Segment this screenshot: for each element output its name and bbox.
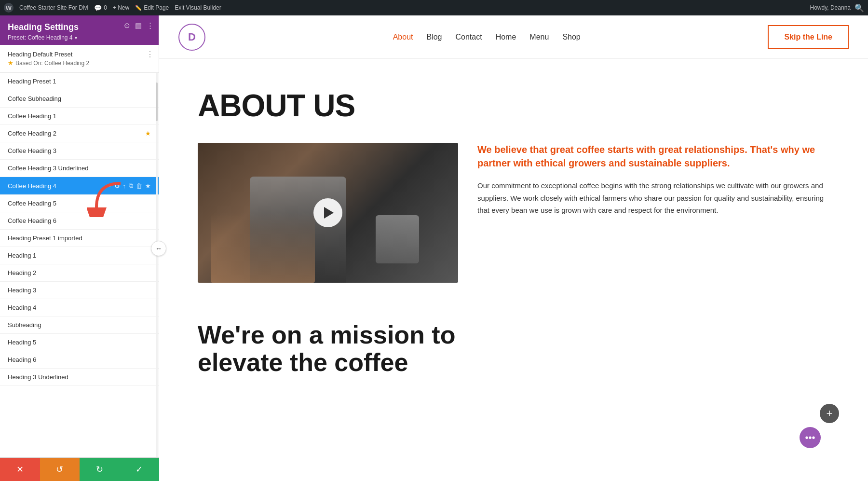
preset-item-17[interactable]: Heading 6	[0, 351, 159, 369]
preset-item-4[interactable]: Coffee Heading 2 ★	[0, 125, 159, 142]
preset-label: Heading 2	[8, 269, 36, 276]
preset-label: Heading 6	[8, 356, 36, 363]
body-text: Our commitment to exceptional coffee beg…	[477, 179, 829, 217]
preset-label: Heading Preset 1 imported	[8, 234, 82, 242]
preset-label: Coffee Subheading	[8, 95, 61, 102]
panel-settings-icon[interactable]: ⊙	[124, 21, 130, 30]
right-content: D About Blog Contact Home Menu Shop Skip…	[159, 15, 868, 481]
scrollbar-thumb[interactable]	[156, 82, 158, 121]
site-name-text: Coffee Starter Site For Divi	[19, 4, 88, 11]
nav-link-shop[interactable]: Shop	[562, 33, 580, 41]
mission-heading: We're on a mission to elevate the coffee	[198, 321, 829, 376]
chevron-down-icon: ▾	[75, 35, 77, 41]
preset-list: Heading Preset 1 Coffee Subheading Coffe…	[0, 73, 159, 457]
preset-item-2[interactable]: Coffee Subheading	[0, 90, 159, 108]
howdy-text: Howdy, Deanna	[810, 4, 851, 11]
preset-label: Coffee Heading 3 Underlined	[8, 165, 88, 172]
preset-label: Coffee Heading 6	[8, 217, 56, 224]
panel-more-icon[interactable]: ⋮	[147, 21, 154, 30]
edit-page-link[interactable]: ✏️ Edit Page	[135, 4, 169, 11]
preset-label: Coffee Heading 1	[8, 112, 56, 120]
preset-item-15[interactable]: Subheading	[0, 316, 159, 334]
list-more-icon[interactable]: ⋮	[146, 50, 154, 59]
site-nav: D About Blog Contact Home Menu Shop Skip…	[159, 15, 868, 59]
page-content: ABOUT US	[159, 59, 868, 396]
text-column: We believe that great coffee starts with…	[477, 143, 829, 217]
exit-builder-link[interactable]: Exit Visual Builder	[175, 4, 221, 11]
preset-item-9[interactable]: Coffee Heading 6	[0, 212, 159, 230]
add-element-fab[interactable]: +	[820, 404, 839, 423]
preset-item-3[interactable]: Coffee Heading 1	[0, 108, 159, 125]
preset-label: Heading 4	[8, 304, 36, 311]
preset-item-1[interactable]: Heading Preset 1	[0, 73, 159, 90]
nav-link-about[interactable]: About	[393, 33, 413, 41]
video-container[interactable]	[198, 143, 458, 283]
save-button[interactable]: ✓	[120, 458, 160, 481]
preset-label: Heading 3	[8, 287, 36, 294]
site-name-link[interactable]: Coffee Starter Site For Divi	[19, 4, 88, 11]
settings-preset-icon[interactable]: ⚙	[114, 182, 120, 190]
highlight-text: We believe that great coffee starts with…	[477, 143, 829, 170]
wp-icon[interactable]: W	[4, 3, 14, 13]
comments-link[interactable]: 💬 0	[94, 4, 107, 12]
undo-button[interactable]: ↺	[40, 458, 80, 481]
nav-link-contact[interactable]: Contact	[456, 33, 482, 41]
delete-preset-icon[interactable]: 🗑	[136, 182, 142, 190]
apply-preset-icon[interactable]: ↑	[123, 182, 126, 190]
preset-label: Coffee Heading 3	[8, 147, 56, 154]
preset-item-11[interactable]: Heading 1	[0, 247, 159, 264]
panel-header: Heading Settings Preset: Coffee Heading …	[0, 15, 159, 45]
nav-link-blog[interactable]: Blog	[426, 33, 442, 41]
play-triangle-icon	[324, 207, 334, 219]
nav-link-menu[interactable]: Menu	[529, 33, 549, 41]
preset-label: Heading 5	[8, 339, 36, 346]
admin-search-icon[interactable]: 🔍	[854, 3, 864, 13]
edit-preset-icon[interactable]: ✏	[106, 182, 111, 190]
preset-item-16[interactable]: Heading 5	[0, 334, 159, 351]
default-preset-label: Heading Default Preset	[8, 51, 151, 58]
admin-bar: W Coffee Starter Site For Divi 💬 0 + New…	[0, 0, 868, 15]
based-on-text: ★ Based On: Coffee Heading 2	[8, 59, 151, 67]
preset-label: Heading 1	[8, 252, 36, 259]
new-link[interactable]: + New	[113, 4, 129, 11]
cancel-button[interactable]: ✕	[0, 458, 40, 481]
two-col-section: We believe that great coffee starts with…	[198, 143, 829, 283]
nav-link-home[interactable]: Home	[496, 33, 516, 41]
bottom-action-bar: ✕ ↺ ↻ ✓	[0, 458, 159, 481]
about-us-heading: ABOUT US	[198, 88, 829, 124]
star-preset-icon[interactable]: ★	[145, 182, 151, 190]
site-logo[interactable]: D	[178, 24, 205, 51]
preset-label-text: Preset: Coffee Heading 4	[8, 34, 73, 41]
preset-item-8[interactable]: Coffee Heading 5	[0, 195, 159, 212]
redo-button[interactable]: ↻	[80, 458, 120, 481]
options-fab[interactable]: •••	[800, 427, 821, 448]
skip-the-line-button[interactable]: Skip the Line	[768, 25, 849, 49]
panel-icon-group: ⊙ ▤ ⋮	[124, 21, 154, 30]
default-preset-section: Heading Default Preset ★ Based On: Coffe…	[0, 45, 159, 73]
panel-preset-dropdown[interactable]: Preset: Coffee Heading 4 ▾	[8, 34, 151, 41]
star-icon: ★	[8, 59, 14, 67]
play-button[interactable]	[313, 198, 342, 227]
scrollbar-track	[156, 73, 158, 457]
mission-section: We're on a mission to elevate the coffee	[198, 312, 829, 376]
preset-item-18[interactable]: Heading 3 Underlined	[0, 369, 159, 386]
preset-label: Coffee Heading 4	[8, 182, 56, 190]
preset-label: Heading 3 Underlined	[8, 373, 68, 381]
preset-item-5[interactable]: Coffee Heading 3	[0, 142, 159, 160]
preset-label: Coffee Heading 5	[8, 200, 56, 207]
preset-item-14[interactable]: Heading 4	[0, 299, 159, 316]
preset-item-12[interactable]: Heading 2	[0, 264, 159, 282]
panel-toggle-button[interactable]: ↔	[151, 241, 166, 256]
panel-layout-icon[interactable]: ▤	[135, 21, 142, 30]
preset-item-13[interactable]: Heading 3	[0, 282, 159, 299]
preset-star-icon[interactable]: ★	[145, 130, 151, 137]
duplicate-preset-icon[interactable]: ⧉	[129, 182, 133, 190]
preset-item-10[interactable]: Heading Preset 1 imported	[0, 230, 159, 247]
comment-count: 0	[104, 4, 107, 11]
preset-label: Subheading	[8, 321, 41, 329]
preset-item-6[interactable]: Coffee Heading 3 Underlined	[0, 160, 159, 177]
preset-label: Heading Preset 1	[8, 78, 56, 85]
preset-item-7[interactable]: Coffee Heading 4 ✏ ⚙ ↑ ⧉ 🗑 ★	[0, 177, 159, 195]
nav-links: About Blog Contact Home Menu Shop	[393, 33, 581, 41]
active-preset-actions: ✏ ⚙ ↑ ⧉ 🗑 ★	[106, 182, 151, 190]
